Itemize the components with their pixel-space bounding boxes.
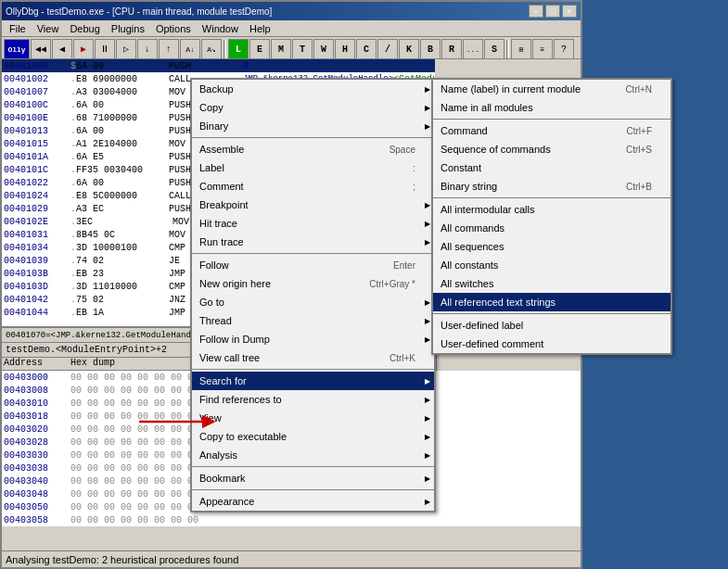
minimize-button[interactable]: −	[529, 5, 543, 18]
submenu-search[interactable]: Name (label) in current moduleCtrl+N Nam…	[431, 78, 672, 355]
toolbar-sep1	[224, 40, 226, 58]
title-bar-buttons: − □ ×	[529, 5, 577, 18]
menu-window[interactable]: Window	[197, 22, 244, 35]
dump-row: 00403058 00 00 00 00 00 00 00 00	[2, 513, 581, 526]
ctx-appearance[interactable]: Appearance	[192, 492, 434, 511]
menu-file[interactable]: File	[4, 22, 32, 35]
toolbar-sep2	[506, 40, 509, 58]
submenu-intermodular[interactable]: All intermodular calls	[433, 200, 671, 219]
ctx-viewcalltree[interactable]: View call treeCtrl+K	[192, 348, 434, 367]
submenu-user-comment[interactable]: User-defined comment	[433, 335, 671, 353]
toolbar-btn-m[interactable]: M	[271, 39, 291, 59]
dump-col-address: Address	[4, 358, 70, 370]
ctx-sep	[192, 369, 434, 370]
ctx-bookmark[interactable]: Bookmark	[192, 469, 434, 487]
ctx-copytoexec[interactable]: Copy to executable	[192, 427, 434, 446]
toolbar-question[interactable]: ?	[554, 39, 574, 59]
ctx-comment[interactable]: Comment;	[192, 177, 434, 196]
ctx-searchfor[interactable]: Search for	[192, 372, 434, 390]
submenu-name-all[interactable]: Name in all modules	[433, 98, 671, 117]
toolbar-grid[interactable]: ⊞	[511, 39, 531, 59]
toolbar-anim-over[interactable]: A↓	[180, 39, 200, 59]
maximize-button[interactable]: □	[545, 5, 560, 18]
menu-plugins[interactable]: Plugins	[106, 22, 150, 35]
ctx-followdump[interactable]: Follow in Dump	[192, 330, 434, 348]
toolbar-play[interactable]: ▶	[73, 39, 94, 59]
ctx-follow[interactable]: FollowEnter	[192, 256, 434, 274]
ctx-backup[interactable]: Backup	[192, 80, 434, 98]
label-text: testDemo.<ModuleEntryPoint>+2	[6, 345, 167, 355]
toolbar-btn-s[interactable]: S	[484, 39, 504, 59]
toolbar-restart[interactable]: ◀◀	[31, 39, 51, 59]
toolbar-step-over[interactable]: ▷	[116, 39, 136, 59]
info-text: 00401070=<JMP.&kerne132.GetModuleHandle>	[6, 331, 206, 340]
toolbar-back[interactable]: ◀	[52, 39, 72, 59]
toolbar-pause[interactable]: ⏸	[95, 39, 115, 59]
submenu-all-constants[interactable]: All constants	[433, 256, 671, 274]
toolbar-btn-l[interactable]: L	[228, 39, 249, 59]
code-row[interactable]: 00401000 $ 6A 00 PUSH 0	[2, 59, 435, 72]
submenu-all-commands[interactable]: All commands	[433, 219, 671, 237]
submenu-all-text-strings[interactable]: All referenced text strings	[433, 293, 671, 311]
menu-view[interactable]: View	[32, 22, 65, 35]
title-bar: OllyDbg - testDemo.exe - [CPU - main thr…	[2, 2, 581, 20]
menu-debug[interactable]: Debug	[64, 22, 105, 35]
arrow-overlay	[139, 408, 223, 436]
submenu-binary-string[interactable]: Binary stringCtrl+B	[433, 177, 671, 196]
dump-col-hex: Hex dump	[70, 358, 115, 370]
toolbar-btn-h[interactable]: H	[335, 39, 355, 59]
ctx-binary[interactable]: Binary	[192, 117, 434, 135]
menu-help[interactable]: Help	[244, 22, 276, 35]
ctx-copy[interactable]: Copy	[192, 98, 434, 117]
ctx-goto[interactable]: Go to	[192, 293, 434, 311]
toolbar-anim-into[interactable]: A↘	[201, 39, 222, 59]
toolbar-step-into[interactable]: ↓	[137, 39, 158, 59]
toolbar-btn-r[interactable]: R	[441, 39, 462, 59]
submenu-user-label[interactable]: User-defined label	[433, 316, 671, 335]
toolbar-btn-w[interactable]: W	[313, 39, 334, 59]
submenu-command[interactable]: CommandCtrl+F	[433, 121, 671, 140]
ctx-sep	[192, 253, 434, 254]
submenu-sep	[433, 313, 671, 314]
menu-bar: File View Debug Plugins Options Window H…	[2, 20, 581, 37]
ctx-sep	[192, 137, 434, 138]
toolbar-btn-b[interactable]: B	[420, 39, 441, 59]
status-text: Analysing testDemo: 2 heuristical proced…	[6, 554, 238, 565]
ctx-thread[interactable]: Thread	[192, 311, 434, 330]
submenu-name-current[interactable]: Name (label) in current moduleCtrl+N	[433, 80, 671, 98]
toolbar-btn-e[interactable]: E	[249, 39, 270, 59]
status-bar: Analysing testDemo: 2 heuristical proced…	[2, 550, 581, 567]
toolbar-btn-slash[interactable]: /	[377, 39, 398, 59]
ctx-findreferences[interactable]: Find references to	[192, 390, 434, 409]
ctx-breakpoint[interactable]: Breakpoint	[192, 196, 434, 214]
ctx-view[interactable]: View	[192, 409, 434, 427]
ctx-label[interactable]: Label:	[192, 158, 434, 177]
submenu-sep	[433, 119, 671, 120]
submenu-sep	[433, 197, 671, 198]
toolbar-btn-dots[interactable]: ...	[463, 39, 483, 59]
toolbar-btn-t[interactable]: T	[292, 39, 313, 59]
context-menu[interactable]: Backup Copy Binary AssembleSpace Label: …	[190, 78, 436, 512]
submenu-constant[interactable]: Constant	[433, 158, 671, 177]
toolbar-row1: Olly ◀◀ ◀ ▶ ⏸ ▷ ↓ ↑ A↓ A↘ L E M T W H C …	[2, 37, 581, 59]
ctx-assemble[interactable]: AssembleSpace	[192, 140, 434, 158]
ctx-runtrace[interactable]: Run trace	[192, 233, 434, 251]
submenu-all-sequences[interactable]: All sequences	[433, 237, 671, 256]
toolbar-btn-k[interactable]: K	[399, 39, 419, 59]
submenu-sequence[interactable]: Sequence of commandsCtrl+S	[433, 140, 671, 158]
ctx-sep	[192, 466, 434, 467]
toolbar-step-out[interactable]: ↑	[159, 39, 179, 59]
submenu-all-switches[interactable]: All switches	[433, 274, 671, 293]
window-title: OllyDbg - testDemo.exe - [CPU - main thr…	[6, 6, 272, 17]
menu-options[interactable]: Options	[150, 22, 197, 35]
ctx-neworigin[interactable]: New origin hereCtrl+Gray *	[192, 274, 434, 293]
ctx-hittrace[interactable]: Hit trace	[192, 214, 434, 233]
toolbar-btn-c[interactable]: C	[356, 39, 377, 59]
close-button[interactable]: ×	[562, 5, 577, 18]
ctx-analysis[interactable]: Analysis	[192, 446, 434, 464]
ctx-sep	[192, 489, 434, 490]
toolbar-cols[interactable]: ≡	[532, 39, 553, 59]
toolbar-olly-icon[interactable]: Olly	[4, 39, 30, 59]
